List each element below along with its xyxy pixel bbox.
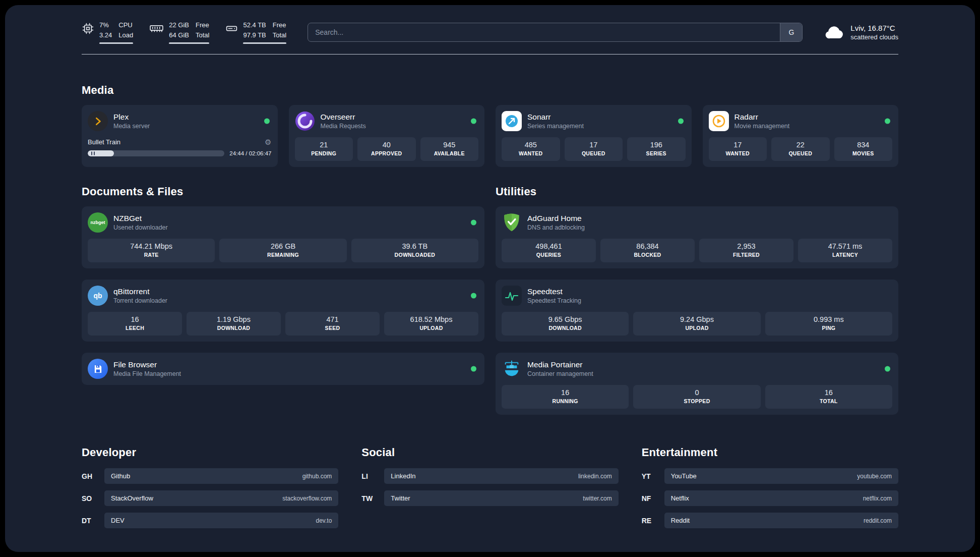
portainer-service-link[interactable]: Media Portainer Container management: [502, 359, 892, 379]
cpu-usage-value: 7%: [99, 20, 112, 30]
nzbget-icon: nzbget: [88, 212, 108, 233]
stat-tile: 39.6 TB DOWNLOADED: [351, 239, 478, 262]
portainer-card: Media Portainer Container management 16 …: [496, 353, 898, 415]
bookmark-link-reddit[interactable]: Reddit reddit.com: [664, 513, 898, 528]
social-bookmarks: Social LI LinkedIn linkedin.com TW Twitt…: [361, 446, 618, 535]
service-subtitle: Series management: [527, 123, 584, 130]
speedtest-stats: 9.65 Gbps DOWNLOAD 9.24 Gbps UPLOAD 0.99…: [502, 312, 892, 336]
stat-tile: 0 STOPPED: [633, 385, 760, 409]
bookmark-name: Netflix: [671, 494, 689, 502]
stat-tile: 40 APPROVED: [357, 137, 416, 161]
developer-bookmarks: Developer GH Github github.com SO StackO…: [82, 446, 338, 535]
bookmark-abbr: SO: [82, 494, 98, 503]
stat-label: RUNNING: [504, 398, 627, 404]
search-provider-button[interactable]: G: [780, 23, 802, 41]
service-subtitle: Speedtest Tracking: [527, 297, 581, 304]
section-title-social: Social: [361, 446, 618, 459]
bookmark-abbr: YT: [642, 472, 658, 480]
stat-label: QUEUED: [567, 150, 621, 156]
stat-label: WANTED: [711, 150, 765, 156]
bookmark-name: StackOverflow: [111, 494, 153, 502]
status-online-dot: [471, 366, 476, 372]
stat-value: 0.993 ms: [767, 315, 890, 323]
playback-row: 24:44 / 02:06:47: [88, 150, 272, 156]
playback-progress-bar[interactable]: [88, 150, 224, 156]
playback-progress-fill: [88, 150, 114, 156]
radarr-service-link[interactable]: Radarr Movie management: [709, 111, 893, 131]
bookmark-url: github.com: [302, 473, 332, 480]
stat-tile: 945 AVAILABLE: [420, 137, 479, 161]
status-online-dot: [471, 119, 476, 124]
stat-value: 9.24 Gbps: [635, 315, 758, 323]
overseerr-service-link[interactable]: Overseerr Media Requests: [295, 111, 479, 131]
qbittorrent-card: qb qBittorrent Torrent downloader 16 LEE…: [82, 280, 484, 342]
stat-value: 0: [635, 388, 758, 397]
stat-tile: 2,953 FILTERED: [699, 239, 793, 262]
service-name: File Browser: [113, 360, 181, 369]
speedtest-card: Speedtest Speedtest Tracking 9.65 Gbps D…: [496, 280, 898, 342]
stat-value: 16: [767, 388, 890, 397]
bookmark-row: YT YouTube youtube.com: [642, 468, 898, 484]
stat-label: DOWNLOAD: [189, 325, 279, 331]
stat-tile: 498,461 QUERIES: [502, 239, 596, 262]
bookmark-link-twitter[interactable]: Twitter twitter.com: [384, 490, 618, 506]
sonarr-stats: 485 WANTED 17 QUEUED 196 SERIES: [502, 137, 686, 161]
bookmark-link-stackoverflow[interactable]: StackOverflow stackoverflow.com: [104, 490, 338, 506]
bookmark-link-dev[interactable]: DEV dev.to: [104, 513, 338, 528]
stat-label: QUERIES: [504, 252, 594, 258]
filebrowser-icon: [88, 359, 108, 379]
stat-tile: 21 PENDING: [295, 137, 353, 161]
qbittorrent-service-link[interactable]: qb qBittorrent Torrent downloader: [88, 286, 478, 306]
bookmark-url: stackoverflow.com: [282, 495, 332, 502]
stat-value: 471: [287, 315, 378, 323]
stat-tile: 17 QUEUED: [565, 137, 623, 161]
section-title-documents: Documents & Files: [82, 185, 484, 198]
overseerr-stats: 21 PENDING 40 APPROVED 945 AVAILABLE: [295, 137, 479, 161]
bookmark-row: LI LinkedIn linkedin.com: [361, 468, 618, 484]
gear-icon[interactable]: ⚙: [265, 138, 271, 146]
topbar-divider: [82, 54, 898, 54]
filebrowser-service-link[interactable]: File Browser Media File Management: [88, 359, 478, 379]
bookmark-link-github[interactable]: Github github.com: [104, 468, 338, 484]
speedtest-service-link[interactable]: Speedtest Speedtest Tracking: [502, 286, 892, 306]
sonarr-service-link[interactable]: Sonarr Series management: [502, 111, 686, 131]
now-playing-row: Bullet Train ⚙: [88, 138, 272, 146]
stat-value: 834: [836, 141, 891, 149]
adguard-service-link[interactable]: AdGuard Home DNS and adblocking: [502, 212, 892, 233]
ram-total-label: Total: [196, 30, 209, 40]
stat-tile: 16 RUNNING: [502, 385, 629, 409]
service-subtitle: Media server: [113, 123, 150, 130]
adguard-shield-icon: [502, 212, 522, 233]
adguard-stats: 498,461 QUERIES 86,384 BLOCKED 2,953 FIL…: [502, 239, 892, 262]
search-bar[interactable]: G: [308, 23, 803, 42]
pause-icon[interactable]: [91, 152, 95, 155]
bookmark-link-netflix[interactable]: Netflix netflix.com: [664, 490, 898, 506]
stat-label: STOPPED: [635, 398, 758, 404]
stat-label: SEED: [287, 325, 378, 331]
stat-label: SERIES: [629, 150, 684, 156]
weather-location: Lviv, 16.87°C: [850, 24, 898, 32]
stat-tile: 9.24 Gbps UPLOAD: [633, 312, 760, 336]
search-input[interactable]: [308, 23, 780, 41]
stat-value: 47.571 ms: [800, 242, 890, 250]
stat-value: 1.19 Gbps: [189, 315, 279, 323]
stat-label: FILTERED: [701, 252, 791, 258]
cloud-icon: [824, 25, 845, 40]
disk-usage-bar: [243, 42, 286, 44]
plex-service-link[interactable]: Plex Media server: [88, 111, 272, 131]
nzbget-stats: 744.21 Mbps RATE 266 GB REMAINING 39.6 T…: [88, 239, 478, 262]
stat-value: 196: [629, 141, 684, 149]
stat-value: 945: [422, 141, 477, 149]
entertainment-bookmarks: Entertainment YT YouTube youtube.com NF …: [642, 446, 898, 535]
stat-value: 498,461: [504, 242, 594, 250]
stat-tile: 196 SERIES: [627, 137, 686, 161]
bookmark-abbr: GH: [82, 472, 98, 480]
bookmark-link-linkedin[interactable]: LinkedIn linkedin.com: [384, 468, 618, 484]
bookmark-link-youtube[interactable]: YouTube youtube.com: [664, 468, 898, 484]
stat-tile: 834 MOVIES: [834, 137, 893, 161]
nzbget-service-link[interactable]: nzbget NZBGet Usenet downloader: [88, 212, 478, 233]
stat-tile: 266 GB REMAINING: [219, 239, 346, 262]
ram-free-label: Free: [196, 20, 209, 30]
nzbget-icon-text: nzbget: [91, 220, 105, 225]
bookmark-name: YouTube: [671, 472, 697, 480]
